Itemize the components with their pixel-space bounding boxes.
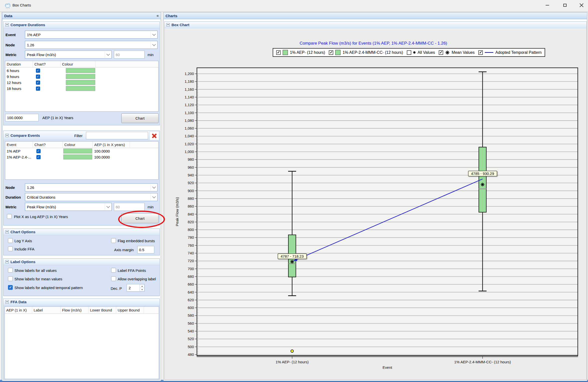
data-panel-body: Compare Durations Event 1% AEP Node 1.26… (2, 19, 161, 381)
duration-cell: 6 hours (5, 69, 33, 73)
maximize-icon[interactable] (558, 0, 572, 10)
ffa-data-group: FFA Data AEP (1 in X) Label Flow (m3/s) … (3, 299, 160, 380)
chevron-down-icon[interactable] (151, 41, 157, 48)
events-table: Event Chart? Colour AEP (1 in X years) 1… (5, 141, 159, 180)
log-y-axis-checkbox[interactable] (8, 238, 13, 243)
labels-mean-values-checkbox[interactable] (8, 276, 13, 281)
chevron-down-icon[interactable] (151, 184, 157, 191)
durations-chart-button[interactable]: Chart (121, 113, 159, 123)
label-ffa-points-checkbox[interactable] (111, 268, 116, 273)
collapse-group-icon[interactable] (5, 230, 9, 233)
metric-value: Peak Flow (m3/s) (27, 51, 56, 58)
compare-durations-header[interactable]: Compare Durations (3, 22, 160, 28)
spin-up-icon[interactable]: ▲ (140, 284, 144, 288)
include-ffa-checkbox[interactable] (8, 246, 13, 251)
box-chart-group: Box Chart (164, 21, 587, 380)
legend-checkbox[interactable] (329, 50, 333, 55)
ffa-data-header[interactable]: FFA Data (3, 299, 160, 305)
axis-margin-input[interactable]: 0.5 (137, 246, 154, 253)
metric-value: Peak Flow (m3/s) (27, 203, 56, 211)
plot-x-log-checkbox[interactable] (7, 214, 12, 219)
filter-input[interactable] (86, 132, 148, 139)
chevron-down-icon[interactable] (151, 31, 157, 38)
panel-splitter[interactable] (161, 12, 163, 380)
chart-options-header[interactable]: Chart Options (3, 229, 160, 235)
collapse-group-icon[interactable] (5, 300, 9, 304)
metric-dropdown[interactable]: Peak Flow (m3/s) (25, 51, 112, 59)
chart-legend: 1% AEP- (12 hours)1% AEP-2.4-MMM-CC- (12… (273, 48, 545, 57)
legend-dot-icon (413, 51, 416, 54)
events-node-dropdown[interactable]: 1.26 (25, 183, 158, 191)
chart-checkbox[interactable] (36, 155, 41, 159)
collapse-group-icon[interactable] (5, 23, 9, 26)
aep-years-input[interactable]: 100.0000 (5, 114, 39, 121)
flag-embedded-bursts-checkbox[interactable] (111, 238, 116, 243)
colour-swatch[interactable] (63, 154, 92, 159)
label-options-header[interactable]: Label Options (3, 259, 160, 265)
legend-checkbox[interactable] (439, 50, 443, 55)
legend-label: 1% AEP-2.4-MMM-CC- (12 hours) (342, 50, 403, 55)
filter-label: Filter (74, 132, 83, 139)
chart-checkbox[interactable] (36, 75, 40, 79)
ffa-table: AEP (1 in X) Label Flow (m3/s) Lower Bou… (4, 306, 159, 379)
legend-label: 1% AEP- (12 hours) (290, 50, 325, 55)
chevron-down-icon[interactable] (151, 194, 157, 201)
minimize-icon[interactable] (540, 0, 554, 10)
legend-item: Adopted Temporal Pattern (478, 50, 542, 55)
collapse-group-icon[interactable] (167, 23, 170, 26)
chart-checkbox[interactable] (36, 86, 40, 91)
box-charts-window: Box Charts Data « Compare Durations Even… (0, 0, 588, 382)
collapse-group-icon[interactable] (5, 260, 9, 263)
labels-atp-label: Show labels for adopted temporal pattern (14, 285, 83, 291)
spin-down-icon[interactable]: ▼ (140, 288, 144, 291)
events-metric-dropdown[interactable]: Peak Flow (m3/s) (25, 203, 112, 211)
data-panel-header: Data « (2, 12, 161, 19)
labels-atp-checkbox[interactable] (8, 285, 13, 290)
metric-minutes-input[interactable]: 60 (114, 203, 145, 211)
duration-value: Critical Durations (27, 193, 55, 201)
red-circle-annotation (118, 211, 165, 228)
clear-filter-icon[interactable] (150, 131, 159, 140)
chevron-down-icon[interactable] (105, 203, 111, 210)
event-dropdown[interactable]: 1% AEP (25, 31, 158, 39)
chart-checkbox[interactable] (36, 149, 41, 153)
chart-checkbox[interactable] (36, 80, 40, 85)
node-dropdown[interactable]: 1.26 (25, 41, 158, 49)
metric-minutes-input[interactable]: 60 (114, 51, 145, 59)
legend-checkbox[interactable] (407, 50, 411, 55)
node-label: Node (5, 183, 15, 191)
chart-options-title: Chart Options (10, 230, 35, 234)
ffa-data-title: FFA Data (10, 300, 26, 304)
dec-p-spinner[interactable]: 2 ▲▼ (127, 284, 145, 292)
colour-swatch[interactable] (66, 86, 95, 91)
duration-cell: 12 hours (5, 80, 33, 85)
charts-panel: Charts Box Chart (163, 12, 587, 380)
colour-swatch[interactable] (66, 68, 95, 73)
labels-all-values-label: Show labels for all values (14, 267, 57, 273)
labels-all-values-checkbox[interactable] (8, 268, 13, 273)
window-title: Box Charts (12, 3, 31, 7)
close-icon[interactable] (575, 0, 588, 10)
dec-p-label: Dec. P (111, 285, 122, 292)
dec-p-value: 2 (129, 284, 131, 291)
collapse-panel-icon[interactable]: « (157, 13, 159, 18)
legend-checkbox[interactable] (478, 50, 483, 55)
atp-value-label: 4787 - 718.23 (278, 253, 307, 259)
colour-swatch[interactable] (63, 149, 92, 153)
allow-overlapping-labels-checkbox[interactable] (111, 276, 116, 281)
collapse-group-icon[interactable] (5, 134, 9, 137)
legend-checkbox[interactable] (276, 50, 281, 55)
legend-label: All Values (418, 50, 435, 55)
node-value: 1.26 (27, 41, 34, 49)
chevron-down-icon[interactable] (105, 51, 111, 58)
include-ffa-label: Include FFA (14, 246, 34, 252)
label-ffa-points-label: Label FFA Points (118, 267, 146, 273)
chart-checkbox[interactable] (36, 69, 40, 73)
aep-years-label: AEP (1 in X) Years (42, 114, 73, 121)
colour-swatch[interactable] (66, 80, 95, 85)
box-chart-header[interactable]: Box Chart (165, 22, 587, 28)
duration-cell: 9 hours (5, 75, 33, 79)
events-duration-dropdown[interactable]: Critical Durations (25, 193, 158, 201)
colour-swatch[interactable] (66, 74, 95, 79)
legend-item: 1% AEP-2.4-MMM-CC- (12 hours) (329, 50, 403, 55)
